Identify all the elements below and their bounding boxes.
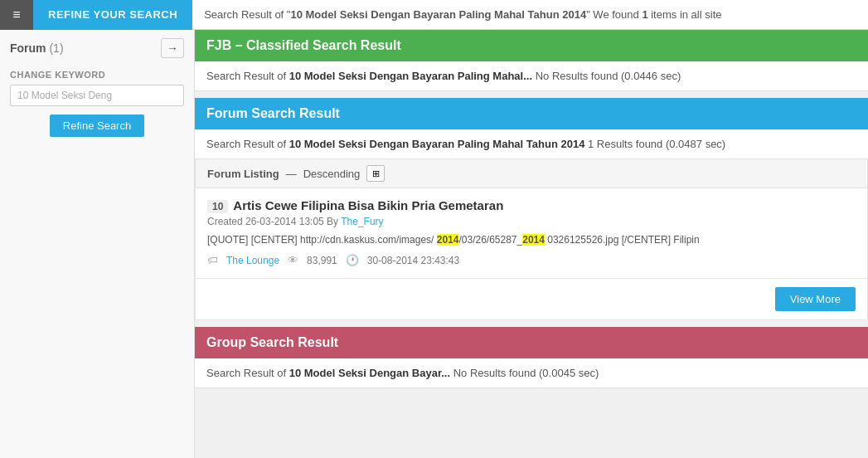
group-query: 10 Model Seksi Dengan Bayar...: [289, 367, 450, 379]
forum-query: 10 Model Seksi Dengan Bayaran Paling Mah…: [289, 138, 585, 150]
highlight-2: 2014: [522, 234, 545, 246]
group-section-body: Search Result of 10 Model Seksi Dengan B…: [195, 358, 868, 388]
keyword-input[interactable]: [10, 85, 184, 106]
view-more-row: View More: [195, 279, 868, 320]
forum-section-header: Forum Search Result: [195, 98, 868, 129]
change-keyword-label: CHANGE KEYWORD: [10, 70, 184, 80]
sort-icon: ⊞: [372, 168, 380, 179]
group-section-header: Group Search Result: [195, 327, 868, 358]
forum-result-meta: Created 26-03-2014 13:05 By The_Fury: [207, 216, 856, 227]
search-query: 10 Model Seksi Dengan Bayaran Paling Mah…: [290, 8, 586, 21]
forum-result-item: 10Artis Cewe Filipina Bisa Bikin Pria Ge…: [195, 188, 868, 279]
forum-result-title: 10Artis Cewe Filipina Bisa Bikin Pria Ge…: [207, 198, 856, 212]
view-count: 83,991: [307, 255, 337, 266]
forum-section-body: Search Result of 10 Model Seksi Dengan B…: [195, 129, 868, 159]
forum-result-author-link[interactable]: The_Fury: [341, 216, 383, 227]
fjb-section-header: FJB – Classified Search Result: [195, 30, 868, 61]
search-result-bar: Search Result of "10 Model Seksi Dengan …: [192, 8, 868, 21]
sidebar-forum-arrow-button[interactable]: →: [161, 38, 184, 58]
refine-search-button[interactable]: Refine Search: [50, 114, 144, 137]
forum-tags-row: 🏷 The Lounge 👁 83,991 🕐 30-08-2014 23:43…: [207, 254, 856, 266]
post-datetime: 30-08-2014 23:43:43: [367, 255, 459, 266]
search-count: 1: [642, 8, 647, 21]
highlight-1: 2014: [437, 234, 459, 246]
tag-icon: 🏷: [207, 254, 218, 266]
time-icon: 🕐: [346, 254, 359, 266]
content-area: FJB – Classified Search Result Search Re…: [195, 30, 868, 458]
hamburger-button[interactable]: ≡: [0, 0, 33, 30]
group-section: Group Search Result Search Result of 10 …: [195, 327, 868, 388]
view-icon: 👁: [288, 254, 298, 266]
sort-icon-button[interactable]: ⊞: [366, 165, 385, 182]
sidebar-forum-label: Forum (1): [10, 41, 64, 55]
top-bar: ≡ REFINE YOUR SEARCH Search Result of "1…: [0, 0, 868, 30]
hamburger-icon: ≡: [12, 7, 20, 22]
arrow-right-icon: →: [167, 41, 178, 55]
refine-your-search-button[interactable]: REFINE YOUR SEARCH: [33, 0, 192, 30]
fjb-query: 10 Model Seksi Dengan Bayaran Paling Mah…: [289, 70, 532, 82]
result-number-badge: 10: [207, 200, 228, 213]
view-more-button[interactable]: View More: [775, 287, 856, 311]
sidebar: Forum (1) → CHANGE KEYWORD Refine Search: [0, 30, 195, 458]
forum-listing-bar: Forum Listing — Descending ⊞: [195, 159, 868, 188]
fjb-section: FJB – Classified Search Result Search Re…: [195, 30, 868, 91]
forum-result-snippet: [QUOTE] [CENTER] http://cdn.kaskus.com/i…: [207, 232, 856, 247]
fjb-section-body: Search Result of 10 Model Seksi Dengan B…: [195, 61, 868, 91]
forum-section: Forum Search Result Search Result of 10 …: [195, 98, 868, 320]
tag-link[interactable]: The Lounge: [226, 255, 279, 266]
main-layout: Forum (1) → CHANGE KEYWORD Refine Search…: [0, 30, 868, 458]
sidebar-forum-row: Forum (1) →: [10, 38, 184, 58]
